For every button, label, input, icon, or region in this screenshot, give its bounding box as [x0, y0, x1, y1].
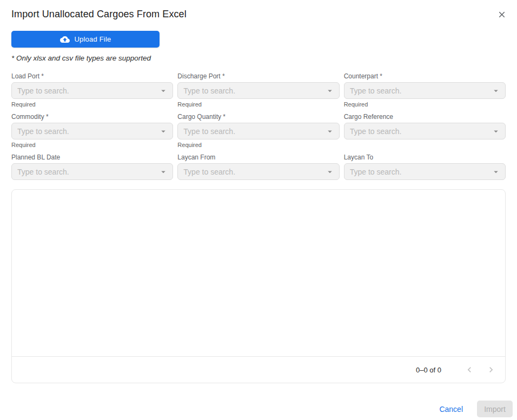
modal-header: Import Unallocated Cargoes From Excel [0, 0, 517, 20]
next-page-button[interactable] [483, 362, 499, 377]
dropdown-caret-icon[interactable] [325, 126, 335, 136]
field-counterpart: Counterpart * Required [344, 72, 506, 108]
field-label: Discharge Port * [177, 72, 339, 80]
field-laycan-to: Laycan To [344, 154, 506, 180]
cargo-form: Load Port * Required Discharge Port * [11, 72, 506, 180]
page-title: Import Unallocated Cargoes From Excel [11, 9, 506, 20]
commodity-combobox[interactable] [11, 123, 173, 139]
field-laycan-from: Laycan From [177, 154, 339, 180]
planned-bl-date-input[interactable] [17, 168, 158, 176]
close-button[interactable] [495, 8, 508, 21]
field-commodity: Commodity * Required [11, 113, 173, 148]
field-load-port: Load Port * Required [11, 72, 173, 108]
commodity-input[interactable] [17, 127, 158, 136]
field-label: Planned BL Date [11, 154, 173, 161]
required-helper: Required [177, 101, 339, 108]
table-empty-area [12, 190, 505, 356]
cargo-reference-input[interactable] [350, 127, 491, 136]
required-helper: Required [11, 142, 173, 148]
discharge-port-input[interactable] [183, 86, 324, 95]
counterpart-combobox[interactable] [344, 82, 506, 99]
table-pagination: 0–0 of 0 [12, 356, 505, 383]
planned-bl-date-combobox[interactable] [11, 163, 173, 180]
chevron-left-icon [464, 364, 475, 375]
file-types-note: * Only xlsx and csv file types are suppo… [11, 54, 506, 62]
laycan-to-combobox[interactable] [344, 163, 506, 180]
chevron-right-icon [486, 364, 496, 375]
field-label: Cargo Quantity * [177, 113, 339, 121]
upload-file-label: Upload File [75, 35, 111, 43]
close-icon [497, 10, 507, 19]
previous-page-button[interactable] [462, 362, 477, 377]
dropdown-caret-icon[interactable] [158, 167, 168, 177]
modal-actions: Cancel Import [0, 401, 517, 417]
pagination-range: 0–0 of 0 [416, 366, 441, 374]
field-discharge-port: Discharge Port * Required [177, 72, 339, 108]
upload-file-button[interactable]: Upload File [11, 31, 160, 48]
field-cargo-reference: Cargo Reference [344, 113, 506, 148]
field-label: Commodity * [11, 113, 173, 121]
cloud-upload-icon [60, 35, 70, 44]
field-label: Counterpart * [344, 72, 506, 80]
discharge-port-combobox[interactable] [177, 82, 339, 99]
cancel-button[interactable]: Cancel [438, 402, 464, 417]
dropdown-caret-icon[interactable] [325, 86, 335, 96]
cargo-quantity-input[interactable] [183, 127, 324, 136]
laycan-from-combobox[interactable] [177, 163, 339, 180]
dropdown-caret-icon[interactable] [491, 167, 501, 177]
field-label: Laycan From [177, 154, 339, 161]
import-button[interactable]: Import [477, 401, 513, 417]
field-label: Cargo Reference [344, 113, 506, 121]
cargoes-table-panel: 0–0 of 0 [11, 189, 506, 383]
field-label: Laycan To [344, 154, 506, 161]
dropdown-caret-icon[interactable] [491, 126, 501, 136]
dropdown-caret-icon[interactable] [158, 126, 168, 136]
import-cargoes-modal: Import Unallocated Cargoes From Excel Up… [0, 0, 517, 420]
load-port-combobox[interactable] [11, 82, 173, 99]
required-helper: Required [11, 101, 173, 108]
field-cargo-quantity: Cargo Quantity * Required [177, 113, 339, 148]
dropdown-caret-icon[interactable] [158, 86, 168, 96]
modal-content: Upload File * Only xlsx and csv file typ… [0, 20, 517, 180]
dropdown-caret-icon[interactable] [491, 86, 501, 96]
counterpart-input[interactable] [350, 86, 491, 95]
required-helper: Required [177, 142, 339, 148]
field-label: Load Port * [11, 72, 173, 80]
cargo-reference-combobox[interactable] [344, 123, 506, 139]
cargo-quantity-combobox[interactable] [177, 123, 339, 139]
dropdown-caret-icon[interactable] [325, 167, 335, 177]
field-planned-bl-date: Planned BL Date [11, 154, 173, 180]
required-helper: Required [344, 101, 506, 108]
laycan-to-input[interactable] [350, 168, 491, 176]
laycan-from-input[interactable] [183, 168, 324, 176]
load-port-input[interactable] [17, 86, 158, 95]
